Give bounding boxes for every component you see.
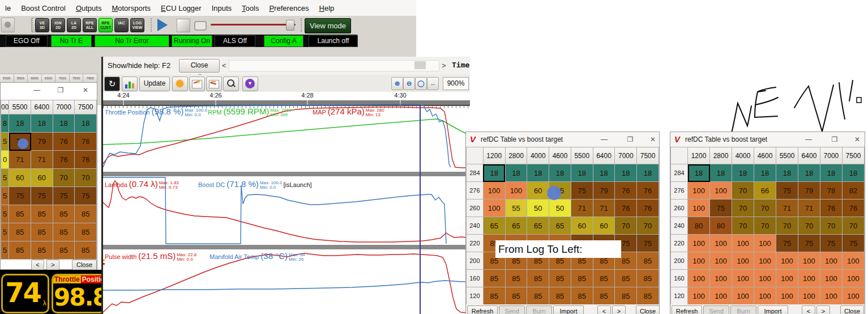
maximize-icon[interactable]: ❐ bbox=[830, 135, 839, 143]
table-cell[interactable]: 65 bbox=[549, 217, 571, 235]
table-cell[interactable]: 18 bbox=[549, 164, 571, 182]
table-cell[interactable]: 100 bbox=[732, 235, 754, 252]
minimize-icon[interactable]: — bbox=[600, 135, 609, 143]
close-icon[interactable]: ✕ bbox=[648, 135, 657, 143]
table-cell[interactable]: 85 bbox=[527, 270, 549, 287]
table-cell[interactable]: 66 bbox=[754, 182, 776, 200]
table-cell[interactable]: 100 bbox=[820, 270, 842, 287]
table-cell[interactable]: 70 bbox=[842, 217, 864, 235]
table-cell[interactable]: 75 bbox=[798, 235, 820, 252]
zoom-out-button[interactable]: ⊖ bbox=[403, 77, 415, 90]
scroll-right-icon[interactable]: > bbox=[442, 61, 446, 70]
table-cell[interactable]: 85 bbox=[31, 223, 53, 241]
table-cell[interactable]: 100 bbox=[776, 287, 798, 305]
table-cell[interactable]: 71 bbox=[9, 151, 31, 169]
table-cell-partial[interactable]: 5 bbox=[1, 205, 9, 223]
table-cell[interactable]: 79 bbox=[31, 133, 53, 151]
table-cell[interactable]: 76 bbox=[75, 151, 97, 169]
table-cell[interactable]: 100 bbox=[776, 270, 798, 287]
table-cell[interactable]: 18 bbox=[776, 164, 798, 182]
table-cell[interactable]: 70 bbox=[776, 217, 798, 235]
table-cell[interactable]: 100 bbox=[754, 270, 776, 287]
table-cell[interactable]: 100 bbox=[842, 252, 864, 270]
table-cell[interactable]: 60 bbox=[593, 217, 615, 235]
update-button[interactable]: Update bbox=[139, 77, 170, 91]
table-cell[interactable]: 100 bbox=[732, 287, 754, 305]
window-title-bar[interactable]: VrefDC Table vs boost target—❐✕ bbox=[670, 132, 865, 147]
table-cell[interactable]: 70 bbox=[637, 217, 659, 235]
table-cell-partial[interactable]: 0 bbox=[1, 151, 9, 169]
table-cell[interactable]: 76 bbox=[842, 200, 864, 217]
table-cell[interactable]: 18 bbox=[31, 114, 53, 133]
table-cell[interactable]: 18 bbox=[505, 164, 527, 182]
scrollbar-track[interactable] bbox=[229, 60, 439, 71]
table-cell[interactable]: 85 bbox=[505, 287, 527, 305]
close-button[interactable]: Close bbox=[72, 260, 97, 270]
burn-button[interactable]: Burn bbox=[730, 305, 756, 314]
table-cell[interactable]: 76 bbox=[53, 151, 75, 169]
table-cell[interactable]: 100 bbox=[798, 252, 820, 270]
settings-icon[interactable] bbox=[172, 77, 188, 91]
table-cell[interactable]: 80 bbox=[710, 217, 732, 235]
table-cell[interactable]: 85 bbox=[483, 287, 505, 305]
seek-slider-track[interactable] bbox=[211, 24, 296, 26]
table-cell[interactable]: 100 bbox=[710, 287, 732, 305]
table-cell[interactable]: 85 bbox=[75, 241, 97, 260]
scrollbar-thumb[interactable] bbox=[414, 61, 426, 69]
table-cell[interactable]: 76 bbox=[637, 182, 659, 200]
table-cell[interactable]: 85 bbox=[53, 223, 75, 241]
prev-button[interactable]: < bbox=[597, 305, 611, 314]
table-cell[interactable]: 85 bbox=[571, 270, 593, 287]
table-cell[interactable]: 80 bbox=[688, 217, 710, 235]
table-cell[interactable]: 78 bbox=[820, 182, 842, 200]
table-cell[interactable]: 71 bbox=[571, 200, 593, 217]
menu-item-boost-control[interactable]: Boost Control bbox=[16, 4, 71, 12]
table-cell[interactable]: 79 bbox=[798, 182, 820, 200]
table-cell[interactable]: 85 bbox=[637, 287, 659, 305]
toolbar-button-rpe-cust[interactable]: RPECUST bbox=[99, 18, 113, 32]
table-cell[interactable]: 60 bbox=[527, 182, 549, 200]
zoom-reset-button[interactable]: ◯ bbox=[415, 77, 427, 90]
table-cell[interactable]: 18 bbox=[710, 164, 732, 182]
table-cell[interactable]: 85 bbox=[527, 287, 549, 305]
table-cell[interactable]: 65 bbox=[527, 217, 549, 235]
table-cell[interactable]: 70 bbox=[75, 169, 97, 187]
panel-separator[interactable] bbox=[103, 245, 470, 249]
table-cell[interactable]: 50 bbox=[549, 200, 571, 217]
table-cell[interactable]: 50 bbox=[527, 200, 549, 217]
table-cell[interactable]: 18 bbox=[75, 114, 97, 133]
table-cell[interactable]: 70 bbox=[754, 217, 776, 235]
next-button[interactable]: > bbox=[816, 305, 830, 314]
table-cell-partial[interactable]: 8 bbox=[1, 114, 9, 133]
menu-item-le[interactable]: le bbox=[0, 4, 16, 12]
toolbar-button-ve-3d[interactable]: VE3D bbox=[35, 18, 49, 32]
prev-button[interactable]: < bbox=[31, 260, 44, 270]
table-cell[interactable]: 71 bbox=[798, 200, 820, 217]
table-cell[interactable]: 75 bbox=[571, 182, 593, 200]
toolbar-button-la-2d[interactable]: LA2D bbox=[67, 18, 81, 32]
close-button[interactable]: Close bbox=[636, 305, 660, 314]
table-cell[interactable]: 60 bbox=[9, 169, 31, 187]
next-button[interactable]: > bbox=[612, 305, 626, 314]
table-cell[interactable]: 60 bbox=[571, 217, 593, 235]
table-cell[interactable]: 75 bbox=[53, 187, 75, 205]
table-cell[interactable]: 71 bbox=[776, 200, 798, 217]
table-cell[interactable]: 75 bbox=[31, 187, 53, 205]
table-cell[interactable]: 85 bbox=[571, 287, 593, 305]
table-cell[interactable]: 65 bbox=[505, 217, 527, 235]
menu-item-outputs[interactable]: Outputs bbox=[71, 4, 107, 12]
table-cell[interactable]: 100 bbox=[842, 270, 864, 287]
minimize-icon[interactable]: — bbox=[804, 135, 813, 143]
table-cell[interactable]: 60 bbox=[31, 169, 53, 187]
table-cell[interactable]: 65 bbox=[483, 217, 505, 235]
table-cell[interactable]: 85 bbox=[637, 270, 659, 287]
table-cell[interactable]: 85 bbox=[593, 270, 615, 287]
table-cell[interactable]: 76 bbox=[820, 200, 842, 217]
table-cell-partial[interactable]: 5 bbox=[1, 133, 9, 151]
table-cell[interactable]: 18 bbox=[593, 164, 615, 182]
table-cell[interactable]: 85 bbox=[483, 270, 505, 287]
panel-separator[interactable] bbox=[103, 172, 470, 176]
table-cell[interactable]: 100 bbox=[710, 252, 732, 270]
table-cell[interactable]: 85 bbox=[53, 205, 75, 223]
table-cell[interactable]: 85 bbox=[9, 223, 31, 241]
